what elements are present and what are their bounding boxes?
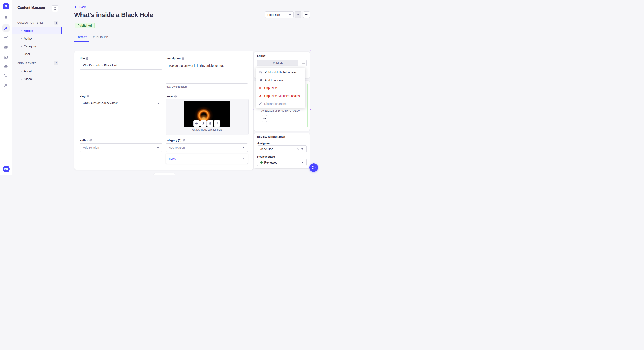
chevron-down-icon <box>157 147 159 148</box>
pencil-icon <box>216 122 218 125</box>
content-manager-feather-icon[interactable] <box>2 24 10 32</box>
assignee-select[interactable]: Jane Doe <box>257 146 307 153</box>
chevron-down-icon <box>301 162 304 163</box>
chevron-down-icon <box>289 14 291 15</box>
trash-icon <box>209 122 212 125</box>
plus-icon <box>195 122 198 125</box>
remove-relation-icon[interactable] <box>242 158 245 160</box>
slug-input[interactable]: what-s-inside-a-black-hole <box>80 99 162 107</box>
entry-panel-title: ENTRY <box>257 55 266 57</box>
globe-icon <box>87 95 89 98</box>
chevron-down-icon <box>242 147 245 148</box>
link-icon <box>202 122 205 125</box>
review-stage-label: Review stage <box>257 155 275 158</box>
single-types-header: SINGLE TYPES 2 <box>18 61 58 65</box>
cover-field-label: cover <box>166 95 177 98</box>
avatar[interactable]: KD <box>3 166 10 173</box>
export-button[interactable] <box>295 11 301 18</box>
search-button[interactable] <box>52 5 58 12</box>
category-field-label: category (1) <box>166 139 185 142</box>
sidebar-item-author[interactable]: Author <box>12 35 62 42</box>
menu-item-discard-changes[interactable]: Discard changes <box>256 100 306 108</box>
sidebar-item-article[interactable]: Article <box>12 27 62 34</box>
more-icon <box>305 14 308 15</box>
author-field-label: author <box>80 139 92 142</box>
collection-types-header: COLLECTION TYPES 4 <box>18 21 58 25</box>
title-input[interactable] <box>80 61 162 70</box>
author-relation-select[interactable]: Add relation <box>80 143 162 152</box>
locale-value: English (en) <box>268 13 282 16</box>
media-library-images-icon[interactable] <box>2 43 10 51</box>
category-relation-item[interactable]: news <box>166 154 248 164</box>
help-icon <box>311 165 316 170</box>
review-workflows-title: REVIEW WORKFLOWS <box>257 136 285 138</box>
globe-icon <box>86 57 88 60</box>
slug-field-label: slug <box>80 95 89 98</box>
help-button[interactable] <box>310 163 318 172</box>
header-more-button[interactable] <box>303 11 310 18</box>
locale-select[interactable]: English (en) <box>265 11 294 18</box>
nav-rail: KD <box>0 0 12 175</box>
relation-link[interactable]: news <box>169 157 176 160</box>
cover-asset-card: what-s-inside-a-black-hole <box>166 99 248 135</box>
release-more-button[interactable] <box>261 115 268 122</box>
assignee-label: Assignee <box>257 142 270 145</box>
globe-icon <box>90 139 92 142</box>
collection-types-label: COLLECTION TYPES <box>18 21 44 24</box>
add-asset-button[interactable] <box>193 120 200 127</box>
home-icon[interactable] <box>2 13 10 21</box>
back-link[interactable]: Back <box>74 5 86 8</box>
description-field-label: description <box>166 57 184 60</box>
subnav-title: Content Manager <box>18 6 45 9</box>
cover-filename: what-s-inside-a-black-hole <box>166 128 248 131</box>
review-stage-select[interactable]: Reviewed <box>257 159 307 166</box>
cover-toolbar <box>193 120 220 127</box>
publish-multiple-locales-icon <box>259 71 262 74</box>
cloud-icon[interactable] <box>2 63 10 70</box>
bullet-icon <box>21 54 22 54</box>
publish-button[interactable]: Publish <box>257 60 298 66</box>
sidebar-item-about[interactable]: About <box>12 68 62 75</box>
menu-item-unpublish-multiple-locales[interactable]: Unpublish Multiple Locales <box>256 92 306 100</box>
category-relation-select[interactable]: Add relation <box>166 143 248 152</box>
copy-link-button[interactable] <box>200 120 206 127</box>
content-type-builder-layout-icon[interactable] <box>2 53 10 61</box>
menu-item-add-to-release[interactable]: Add to release <box>256 76 306 84</box>
bullet-icon <box>21 38 22 39</box>
globe-icon <box>182 139 185 142</box>
entry-actions-menu: Publish Multiple Locales Add to release … <box>256 68 306 108</box>
stage-status-dot <box>260 161 262 164</box>
description-textarea[interactable]: Maybe the answer is in this article, or … <box>166 61 248 84</box>
entry-more-button[interactable] <box>300 60 307 66</box>
single-types-count-badge: 2 <box>54 61 58 65</box>
edit-form-card: title description Maybe the answer is in… <box>74 51 254 170</box>
tab-published[interactable]: PUBLISHED <box>93 36 108 39</box>
settings-gear-icon[interactable] <box>2 81 10 89</box>
marketplace-cart-icon[interactable] <box>2 72 10 80</box>
more-icon <box>263 118 266 119</box>
description-hint: max. 80 characters <box>166 85 188 88</box>
clear-assignee-icon[interactable] <box>296 148 299 150</box>
add-to-release-icon <box>259 78 262 82</box>
tab-draft[interactable]: DRAFT <box>78 36 87 39</box>
regenerate-icon[interactable] <box>156 102 159 105</box>
next-section-partial <box>154 173 175 175</box>
sidebar-item-user[interactable]: User <box>12 50 62 58</box>
menu-item-unpublish[interactable]: Unpublish <box>256 84 306 92</box>
menu-item-publish-multiple-locales[interactable]: Publish Multiple Locales <box>256 68 306 76</box>
releases-paper-plane-icon[interactable] <box>2 34 10 41</box>
search-icon <box>54 7 57 10</box>
chevron-down-icon <box>301 149 304 150</box>
edit-asset-button[interactable] <box>214 120 220 127</box>
title-field-label: title <box>80 57 88 60</box>
delete-asset-button[interactable] <box>207 120 214 127</box>
subnav-divider <box>18 15 22 16</box>
strapi-logo-icon[interactable] <box>3 3 9 9</box>
status-badge: Published <box>75 22 94 28</box>
sidebar-item-category[interactable]: Category <box>12 43 62 50</box>
bullet-icon <box>21 71 22 72</box>
strapi-app: KD Content Manager COLLECTION TYPES 4 Ar… <box>0 0 322 175</box>
sidebar-item-global[interactable]: Global <box>12 75 62 83</box>
strapi-logo-glyph <box>3 3 9 9</box>
content-manager-subnav: Content Manager COLLECTION TYPES 4 Artic… <box>12 0 62 175</box>
